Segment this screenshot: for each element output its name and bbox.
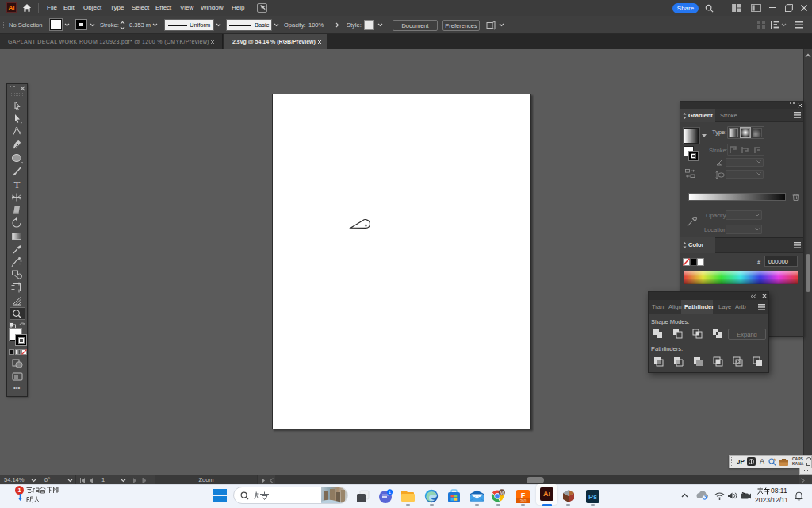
svg-text:M: M — [500, 490, 504, 495]
svg-text:F: F — [521, 491, 526, 499]
svg-text:Ps: Ps — [588, 493, 597, 501]
svg-text:360: 360 — [520, 499, 527, 503]
svg-text:T: T — [14, 179, 21, 190]
